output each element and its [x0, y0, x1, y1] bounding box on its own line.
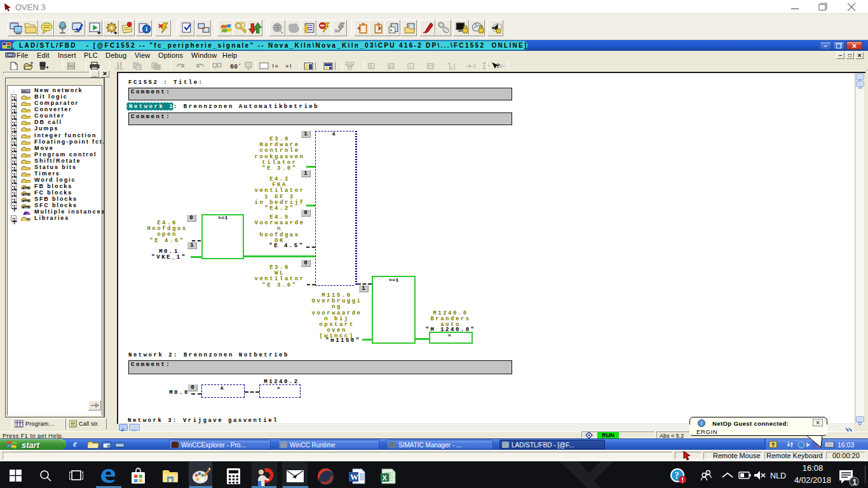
svg-text:X: X [383, 474, 388, 482]
svg-text:i: i [146, 26, 147, 32]
svg-text:»!: »! [285, 64, 292, 70]
svg-text:?: ? [675, 471, 679, 480]
svg-text:HKO: HKO [22, 90, 28, 93]
svg-text:??: ?? [428, 64, 433, 69]
svg-text:?: ? [496, 62, 500, 69]
svg-text:!«: !« [271, 64, 278, 70]
svg-text:21: 21 [389, 64, 394, 69]
svg-text:1: 1 [853, 478, 857, 487]
svg-text:=: = [409, 64, 412, 69]
svg-text:W: W [350, 472, 358, 482]
svg-text:B: B [370, 64, 373, 69]
